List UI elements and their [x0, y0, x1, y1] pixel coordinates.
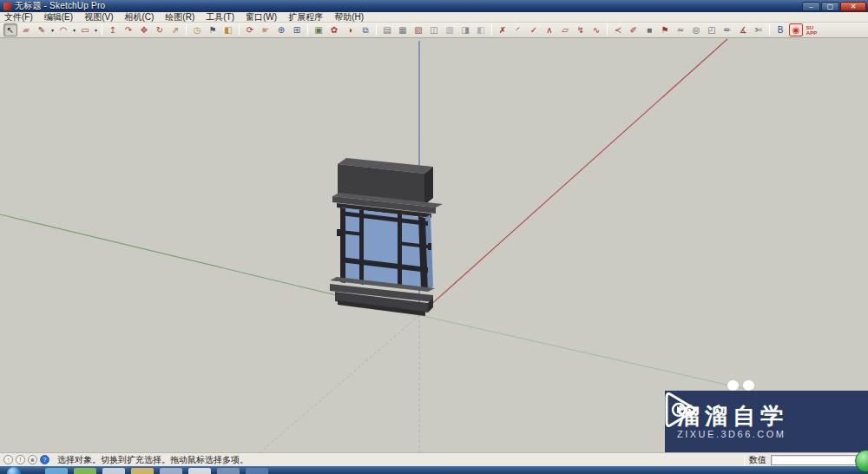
fog-toggle-button[interactable]: ◧ — [474, 23, 488, 36]
styles-browser-button[interactable]: ◑ — [343, 23, 357, 36]
pan-tool-icon: ☛ — [262, 26, 270, 35]
style-monochrome-icon: ◫ — [430, 26, 437, 35]
taskbar-app-sliver[interactable] — [131, 468, 154, 474]
terrain-tool-button[interactable]: ≃ — [674, 23, 687, 36]
geolocate-status-icon[interactable]: ↑ — [3, 455, 13, 464]
zoom-tool-button[interactable]: ⊕ — [274, 23, 288, 36]
suapp-library-button[interactable]: SU APP — [805, 23, 819, 36]
polyline-tool-button[interactable]: ≺ — [611, 23, 625, 36]
report-page-tool-button[interactable]: ✏ — [720, 23, 734, 36]
solid-box-tool-button[interactable]: ■ — [642, 23, 656, 36]
freehand-curve-tool-button[interactable]: ∿ — [589, 23, 603, 36]
rectangle-tool-button[interactable]: ▭ — [78, 23, 92, 36]
paint-bucket-tool-button[interactable]: ◧ — [221, 23, 235, 36]
pan-tool-button[interactable]: ☛ — [259, 23, 273, 36]
taskbar-app-sliver[interactable] — [188, 468, 211, 474]
style-textured-button[interactable]: ▧ — [411, 23, 425, 36]
menu-扩展程序[interactable]: 扩展程序 — [288, 11, 323, 23]
followme-tool-icon: ↷ — [125, 26, 132, 35]
rotate-tool-icon: ↻ — [156, 26, 163, 35]
knife-tool-button[interactable]: ✄ — [752, 23, 766, 36]
zoom-extents-tool-button[interactable]: ⊞ — [290, 23, 304, 36]
arc-tool-dropdown[interactable]: ▾ — [71, 27, 77, 33]
sphere-tool-icon: ◎ — [693, 26, 700, 35]
style-xray-button[interactable]: ▥ — [443, 23, 457, 36]
menu-视图[interactable]: 视图(V) — [84, 11, 113, 23]
line-tool-dropdown[interactable]: ▾ — [49, 27, 56, 33]
rotate-tool-button[interactable]: ↻ — [153, 23, 167, 36]
play-logo-icon — [665, 391, 700, 429]
eraser-tool-icon: ▰ — [23, 26, 30, 35]
materials-browser-button[interactable]: ✿ — [327, 23, 341, 36]
text-tool-button[interactable]: ⚑ — [206, 23, 220, 36]
rectangle-tool-dropdown[interactable]: ▾ — [93, 27, 99, 33]
taskbar-app-sliver[interactable] — [45, 468, 68, 474]
eraser-tool-button[interactable]: ▰ — [19, 23, 33, 36]
select-tool-icon: ↖ — [7, 26, 14, 35]
taskbar-app-sliver[interactable] — [246, 468, 268, 474]
annotate-page-tool-icon: ✐ — [630, 26, 637, 35]
style-monochrome-button[interactable]: ◫ — [427, 23, 441, 36]
move-tool-button[interactable]: ✥ — [137, 23, 151, 36]
compass-tool-button[interactable]: ∡ — [736, 23, 750, 36]
plugin-b-button[interactable]: B — [773, 23, 787, 36]
taskbar-app-sliver[interactable] — [217, 468, 240, 474]
menu-窗口[interactable]: 窗口(W) — [246, 11, 277, 23]
select-tool-button[interactable]: ↖ — [3, 23, 17, 36]
annotate-page-tool-button[interactable]: ✐ — [627, 23, 641, 36]
toolbar: ↖▰✎▾◠▾▭▾↥↷✥↻⇗◷⚑◧⟳☛⊕⊞▣✿◑⧉▤▦▧◫▥◨◧✗◜✓∧▱↯∿≺✐… — [0, 23, 868, 38]
menu-帮助[interactable]: 帮助(H) — [334, 11, 364, 23]
menu-绘图[interactable]: 绘图(R) — [165, 11, 194, 23]
rectangle-tool-icon: ▭ — [81, 26, 89, 35]
status-hint: 选择对象。切换到扩充选择。拖动鼠标选择多项。 — [57, 454, 248, 466]
scale-tool-button[interactable]: ⇗ — [168, 23, 182, 36]
fillet-tool-icon: ✗ — [499, 26, 506, 35]
swirl-tool-button[interactable]: ↯ — [574, 23, 588, 36]
style-edges-button[interactable]: ▤ — [380, 23, 394, 36]
credits-status-icon[interactable]: ! — [16, 455, 25, 464]
fillet-tool-button[interactable]: ✗ — [496, 23, 510, 36]
signin-status-icon[interactable]: ☻ — [28, 455, 37, 464]
tape-measure-tool-button[interactable]: ◷ — [190, 23, 204, 36]
menu-相机[interactable]: 相机(C) — [124, 11, 154, 23]
components-browser-icon: ▣ — [314, 26, 322, 35]
menu-bar: 文件(F)编辑(E)视图(V)相机(C)绘图(R)工具(T)窗口(W)扩展程序帮… — [0, 12, 868, 23]
watermark-url: zixue.3d66.com — [677, 429, 788, 439]
shadow-toggle-button[interactable]: ◨ — [458, 23, 472, 36]
taskbar-app-sliver[interactable] — [102, 468, 125, 474]
followme-tool-button[interactable]: ↷ — [122, 23, 135, 36]
menu-工具[interactable]: 工具(T) — [206, 11, 234, 23]
suapp-toggle-button[interactable]: ◉ — [789, 23, 803, 36]
corner-check-tool-button[interactable]: ✓ — [527, 23, 541, 36]
line-tool-button[interactable]: ✎ — [35, 23, 49, 36]
measurement-input[interactable] — [771, 455, 865, 465]
windows-taskbar[interactable] — [0, 466, 868, 474]
share-model-button[interactable]: ⧉ — [358, 23, 372, 36]
ruler-flag-tool-button[interactable]: ⚑ — [658, 23, 672, 36]
orbit-tool-button[interactable]: ⟳ — [243, 23, 257, 36]
arc-tool-button[interactable]: ◠ — [56, 23, 70, 36]
taskbar-app-sliver[interactable] — [160, 468, 182, 474]
face-trapezoid-tool-icon: ▱ — [562, 26, 569, 35]
components-browser-button[interactable]: ▣ — [312, 23, 326, 36]
materials-browser-icon: ✿ — [331, 26, 338, 35]
modeling-viewport[interactable]: 溜溜自学 zixue.3d66.com — [0, 38, 868, 452]
maximize-button[interactable]: ▢ — [821, 2, 839, 11]
sphere-tool-button[interactable]: ◎ — [689, 23, 703, 36]
close-button[interactable]: ✕ — [840, 2, 866, 11]
face-trapezoid-tool-button[interactable]: ▱ — [558, 23, 572, 36]
style-shaded-button[interactable]: ▦ — [396, 23, 410, 36]
union-boxes-tool-button[interactable]: ◰ — [705, 23, 719, 36]
corner-check-tool-icon: ✓ — [530, 26, 537, 35]
help-status-icon[interactable]: ? — [40, 455, 49, 464]
peak-tool-button[interactable]: ∧ — [542, 23, 556, 36]
watermark-banner: 溜溜自学 zixue.3d66.com — [665, 391, 868, 452]
menu-文件[interactable]: 文件(F) — [4, 11, 33, 23]
minimize-button[interactable]: – — [802, 2, 820, 11]
menu-编辑[interactable]: 编辑(E) — [44, 11, 73, 23]
corner-arc-tool-button[interactable]: ◜ — [511, 23, 525, 36]
pushpull-tool-button[interactable]: ↥ — [106, 23, 120, 36]
report-page-tool-icon: ✏ — [724, 26, 731, 35]
start-orb-icon[interactable] — [7, 467, 21, 474]
taskbar-app-sliver[interactable] — [74, 468, 96, 474]
